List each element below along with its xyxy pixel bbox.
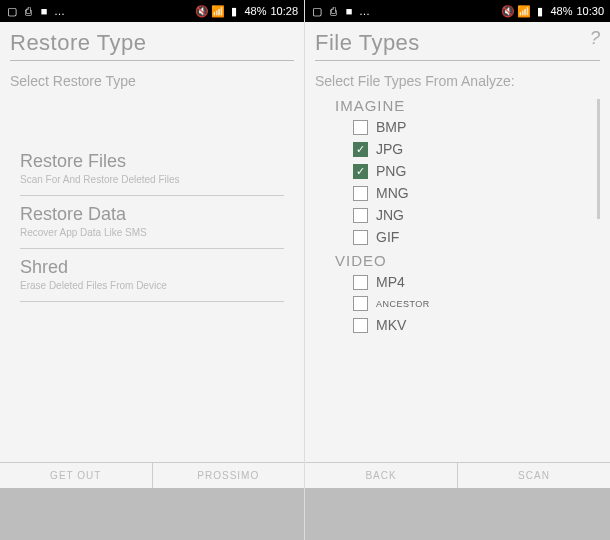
footer: GET OUT PROSSIMO [0,462,304,488]
checkbox[interactable] [353,230,368,245]
option-restore-files[interactable]: Restore Files Scan For And Restore Delet… [20,143,284,196]
file-label: MKV [376,317,406,333]
video-icon: ■ [343,5,355,17]
battery-text: 48% [244,5,266,17]
file-label: JNG [376,207,404,223]
file-label: ANCESTOR [376,299,430,309]
page-subtitle: Select File Types From Analyze: [305,65,610,93]
bottom-bar [0,488,304,540]
scan-button[interactable]: SCAN [458,463,610,488]
mute-icon: 🔇 [196,5,208,17]
header: Restore Type [0,22,304,65]
wifi-icon: 📶 [212,5,224,17]
checkbox[interactable] [353,318,368,333]
file-label: GIF [376,229,399,245]
prossimo-button[interactable]: PROSSIMO [153,463,305,488]
more-icon: … [54,5,65,17]
page-subtitle: Select Restore Type [0,65,304,93]
group-imagine: IMAGINE [335,97,600,114]
option-title: Shred [20,257,284,278]
print-icon: ⎙ [22,5,34,17]
help-icon[interactable]: ? [590,28,600,49]
get-out-button[interactable]: GET OUT [0,463,153,488]
print-icon: ⎙ [327,5,339,17]
group-video: VIDEO [335,252,600,269]
time-text: 10:28 [270,5,298,17]
file-item-ancestor[interactable]: ANCESTOR [335,293,600,314]
option-desc: Scan For And Restore Deleted Files [20,174,284,185]
header: File Types [305,22,610,65]
option-desc: Recover App Data Like SMS [20,227,284,238]
option-restore-data[interactable]: Restore Data Recover App Data Like SMS [20,196,284,249]
option-shred[interactable]: Shred Erase Deleted Files From Device [20,249,284,302]
file-label: PNG [376,163,406,179]
file-item-jng[interactable]: JNG [335,204,600,226]
page-title: Restore Type [10,30,294,61]
battery-text: 48% [550,5,572,17]
option-title: Restore Files [20,151,284,172]
checkbox[interactable] [353,186,368,201]
video-icon: ■ [38,5,50,17]
option-desc: Erase Deleted Files From Device [20,280,284,291]
file-item-bmp[interactable]: BMP [335,116,600,138]
left-screen: ▢ ⎙ ■ … 🔇 📶 ▮ 48% 10:28 Restore Type Sel… [0,0,305,540]
checkbox[interactable]: ✓ [353,164,368,179]
checkbox[interactable]: ✓ [353,142,368,157]
page-title: File Types [315,30,600,61]
checkbox[interactable] [353,296,368,311]
checkbox[interactable] [353,120,368,135]
file-item-png[interactable]: ✓PNG [335,160,600,182]
right-screen: ▢ ⎙ ■ … 🔇 📶 ▮ 48% 10:30 File Types ? Sel… [305,0,610,540]
more-icon: … [359,5,370,17]
file-label: MNG [376,185,409,201]
file-item-mkv[interactable]: MKV [335,314,600,336]
image-icon: ▢ [311,5,323,17]
file-label: BMP [376,119,406,135]
file-item-mp4[interactable]: MP4 [335,271,600,293]
file-item-jpg[interactable]: ✓JPG [335,138,600,160]
file-label: JPG [376,141,403,157]
status-bar: ▢ ⎙ ■ … 🔇 📶 ▮ 48% 10:28 [0,0,304,22]
back-button[interactable]: BACK [305,463,458,488]
checkbox[interactable] [353,275,368,290]
file-type-list: IMAGINE BMP ✓JPG ✓PNG MNG JNG GIF VIDEO … [315,97,600,336]
checkbox[interactable] [353,208,368,223]
mute-icon: 🔇 [502,5,514,17]
signal-icon: ▮ [228,5,240,17]
file-item-gif[interactable]: GIF [335,226,600,248]
signal-icon: ▮ [534,5,546,17]
file-label: MP4 [376,274,405,290]
wifi-icon: 📶 [518,5,530,17]
option-title: Restore Data [20,204,284,225]
status-bar: ▢ ⎙ ■ … 🔇 📶 ▮ 48% 10:30 [305,0,610,22]
footer: BACK SCAN [305,462,610,488]
option-list: Restore Files Scan For And Restore Delet… [10,143,294,302]
file-item-mng[interactable]: MNG [335,182,600,204]
time-text: 10:30 [576,5,604,17]
scrollbar[interactable] [597,99,600,219]
image-icon: ▢ [6,5,18,17]
bottom-bar [305,488,610,540]
